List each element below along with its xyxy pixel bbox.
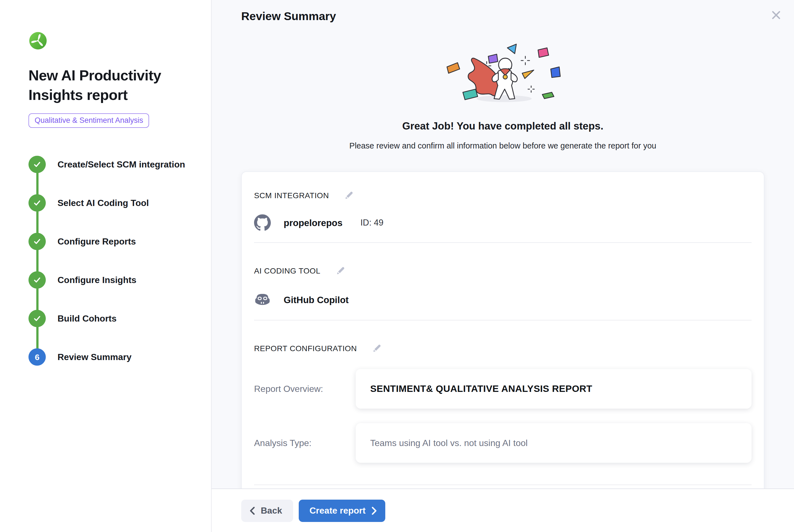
create-report-button-label: Create report bbox=[309, 506, 366, 515]
report-title: New AI Productivity Insights report bbox=[29, 66, 196, 105]
step-select-ai-coding-tool[interactable]: Select AI Coding Tool bbox=[29, 194, 200, 212]
analysis-type-value: Teams using AI tool vs. not using AI too… bbox=[356, 423, 752, 463]
step-completed-check-icon bbox=[29, 156, 46, 173]
step-label: Configure Insights bbox=[57, 275, 136, 285]
step-label: Select AI Coding Tool bbox=[57, 198, 149, 208]
create-report-button[interactable]: Create report bbox=[299, 499, 385, 522]
celebration-illustration bbox=[441, 43, 564, 107]
propelo-logo-icon bbox=[29, 31, 48, 50]
step-completed-check-icon bbox=[29, 233, 46, 250]
ai-coding-tool-name: GitHub Copilot bbox=[284, 294, 349, 305]
report-overview-value: SENTIMENT& QUALITATIVE ANALYSIS REPORT bbox=[356, 369, 752, 408]
edit-report-configuration-icon[interactable] bbox=[372, 343, 382, 353]
step-number-badge: 6 bbox=[29, 348, 46, 366]
edit-ai-coding-tool-icon[interactable] bbox=[336, 266, 346, 276]
step-completed-check-icon bbox=[29, 310, 46, 327]
scm-integration-name: propelorepos bbox=[284, 217, 343, 228]
review-summary-panel: Review Summary bbox=[212, 0, 794, 532]
step-label: Review Summary bbox=[57, 352, 132, 362]
ai-coding-tool-heading: AI CODING TOOL bbox=[254, 266, 321, 275]
analysis-type-label: Analysis Type: bbox=[254, 438, 356, 448]
page-title: Review Summary bbox=[241, 10, 764, 23]
wizard-sidebar: New AI Productivity Insights report Qual… bbox=[0, 0, 212, 532]
report-configuration-heading: REPORT CONFIGURATION bbox=[254, 344, 357, 353]
step-completed-check-icon bbox=[29, 271, 46, 289]
scm-integration-row: propelorepos ID: 49 bbox=[254, 214, 752, 231]
scm-integration-section: SCM INTEGRATION propelorepos ID: 49 bbox=[242, 172, 764, 242]
chevron-left-icon bbox=[250, 507, 254, 514]
ai-coding-tool-section: AI CODING TOOL bbox=[242, 243, 764, 320]
scm-integration-heading: SCM INTEGRATION bbox=[254, 191, 329, 200]
step-label: Build Cohorts bbox=[57, 314, 117, 323]
step-label: Create/Select SCM integration bbox=[57, 159, 185, 169]
edit-scm-integration-icon[interactable] bbox=[344, 190, 354, 201]
analysis-type-row: Analysis Type: Teams using AI tool vs. n… bbox=[254, 423, 752, 463]
report-overview-label: Report Overview: bbox=[254, 384, 356, 394]
step-configure-insights[interactable]: Configure Insights bbox=[29, 271, 200, 289]
section-divider bbox=[254, 484, 752, 485]
report-overview-row: Report Overview: SENTIMENT& QUALITATIVE … bbox=[254, 369, 752, 408]
github-icon bbox=[254, 214, 271, 231]
step-label: Configure Reports bbox=[57, 236, 136, 246]
wizard-footer: Back Create report bbox=[212, 489, 794, 532]
stepper-connector-line bbox=[36, 165, 38, 357]
report-configuration-section: REPORT CONFIGURATION Report Overview: SE… bbox=[242, 320, 764, 485]
chevron-right-icon bbox=[372, 507, 377, 514]
app-window: New AI Productivity Insights report Qual… bbox=[0, 0, 794, 532]
review-summary-content: Review Summary bbox=[212, 0, 794, 489]
step-build-cohorts[interactable]: Build Cohorts bbox=[29, 310, 200, 327]
congrats-subheading: Please review and confirm all informatio… bbox=[241, 141, 764, 150]
step-create-select-scm-integration[interactable]: Create/Select SCM integration bbox=[29, 156, 200, 173]
github-copilot-icon bbox=[254, 291, 271, 308]
scm-integration-id: ID: 49 bbox=[360, 218, 384, 228]
step-completed-check-icon bbox=[29, 194, 46, 212]
back-button[interactable]: Back bbox=[241, 499, 294, 522]
step-review-summary[interactable]: 6 Review Summary bbox=[29, 348, 200, 366]
summary-card: SCM INTEGRATION propelorepos ID: 49 bbox=[241, 171, 764, 489]
back-button-label: Back bbox=[261, 506, 282, 515]
wizard-stepper: Create/Select SCM integration Select AI … bbox=[29, 156, 200, 366]
congrats-heading: Great Job! You have completed all steps. bbox=[241, 120, 764, 132]
report-type-badge: Qualitative & Sentiment Analysis bbox=[29, 113, 149, 128]
ai-coding-tool-row: GitHub Copilot bbox=[254, 291, 752, 308]
step-configure-reports[interactable]: Configure Reports bbox=[29, 233, 200, 250]
